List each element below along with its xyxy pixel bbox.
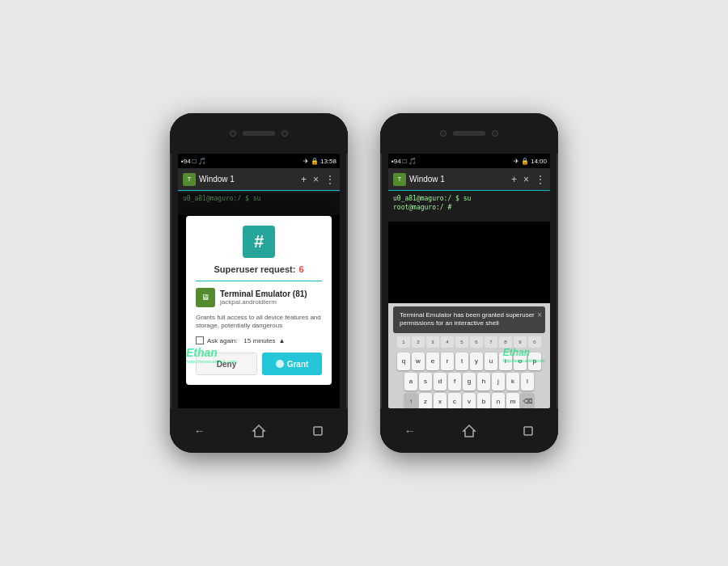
status-left-1: ▪94 □ 🎵: [181, 158, 206, 165]
key-e[interactable]: e: [426, 353, 439, 370]
key-9[interactable]: 9: [514, 336, 527, 348]
key-8[interactable]: 8: [499, 336, 512, 348]
key-0[interactable]: 0: [528, 336, 541, 348]
terminal-actions-1[interactable]: + × ⋮: [301, 174, 335, 185]
front-camera-2: [440, 130, 447, 137]
ask-again-label: Ask again:: [207, 337, 237, 344]
ask-again-row: Ask again: 15 minutes ▲: [196, 336, 322, 344]
key-m[interactable]: m: [506, 393, 519, 408]
status-bar-1: ▪94 □ 🎵 ✈ 🔒 13:58: [178, 154, 340, 168]
toast-notification: Terminal Emulator has been granted super…: [393, 306, 545, 333]
key-l[interactable]: l: [521, 373, 534, 391]
phone-2-body: ▪94 □ 🎵 ✈ 🔒 14:00 T Window 1 + × ⋮: [380, 113, 558, 453]
home-button-1[interactable]: [249, 421, 269, 441]
svg-marker-0: [253, 425, 265, 437]
terminal-body-2: u0_a81@maguro:/ $ su root@maguro:/ #: [388, 191, 550, 222]
back-button-2[interactable]: ←: [400, 421, 420, 441]
key-6[interactable]: 6: [470, 336, 483, 348]
dialog-overlay: # Superuser request:6 🖥 Terminal Emulato…: [178, 192, 340, 408]
key-5[interactable]: 5: [455, 336, 468, 348]
key-n[interactable]: n: [492, 393, 505, 408]
key-r[interactable]: r: [441, 353, 454, 370]
key-h[interactable]: h: [477, 373, 490, 391]
phone-2: ▪94 □ 🎵 ✈ 🔒 14:00 T Window 1 + × ⋮: [380, 113, 558, 453]
music-icon-2: 🎵: [408, 158, 417, 165]
key-c[interactable]: c: [448, 393, 461, 408]
key-z[interactable]: z: [419, 393, 432, 408]
earpiece-speaker: [243, 131, 275, 136]
terminal-line-2b: root@maguro:/ #: [393, 203, 545, 212]
earpiece-speaker-2: [453, 131, 485, 136]
phone-2-top-bezel: [380, 113, 558, 154]
home-button-2[interactable]: [459, 421, 479, 441]
key-2[interactable]: 2: [412, 336, 425, 348]
terminal-header-2: T Window 1 + × ⋮: [388, 168, 550, 191]
phone-1-top-bezel: [170, 113, 348, 154]
close-tab-button[interactable]: ×: [313, 174, 319, 185]
phone-1: ▪94 □ 🎵 ✈ 🔒 13:58 T Window 1 + × ⋮: [170, 113, 348, 453]
airplane-icon-2: ✈: [514, 158, 519, 165]
grant-button[interactable]: Grant: [262, 353, 322, 375]
ask-again-checkbox[interactable]: [196, 336, 204, 344]
dialog-badge: 6: [298, 264, 303, 274]
clock-2: 14:00: [531, 158, 547, 165]
key-7[interactable]: 7: [485, 336, 497, 348]
close-tab-button-2[interactable]: ×: [523, 174, 529, 185]
status-right-2: ✈ 🔒 14:00: [514, 158, 547, 165]
add-tab-button[interactable]: +: [301, 174, 307, 185]
clock-1: 13:58: [320, 158, 336, 165]
dialog-description: Grants full access to all device feature…: [196, 314, 322, 331]
svg-rect-3: [524, 427, 532, 435]
airplane-icon: ✈: [303, 158, 309, 165]
key-w[interactable]: w: [412, 353, 425, 370]
key-u[interactable]: u: [485, 353, 497, 370]
keyboard-row-3: ↑ z x c v b n m ⌫: [392, 393, 547, 408]
key-x[interactable]: x: [434, 393, 447, 408]
key-g[interactable]: g: [463, 373, 476, 391]
key-d[interactable]: d: [434, 373, 447, 391]
app-info: Terminal Emulator (81) jackpal.androidte…: [220, 289, 322, 306]
phone-2-screen: ▪94 □ 🎵 ✈ 🔒 14:00 T Window 1 + × ⋮: [388, 154, 550, 408]
back-button-1[interactable]: ←: [190, 421, 210, 441]
terminal-title-1: Window 1: [199, 175, 298, 184]
key-k[interactable]: k: [506, 373, 519, 391]
key-3[interactable]: 3: [426, 336, 439, 348]
music-icon: 🎵: [198, 158, 206, 165]
phone-1-screen: ▪94 □ 🎵 ✈ 🔒 13:58 T Window 1 + × ⋮: [178, 154, 340, 408]
shift-key[interactable]: ↑: [404, 393, 417, 408]
key-4[interactable]: 4: [441, 336, 454, 348]
key-j[interactable]: j: [492, 373, 505, 391]
key-q[interactable]: q: [397, 353, 410, 370]
status-right-1: ✈ 🔒 13:58: [303, 158, 336, 165]
key-a[interactable]: a: [404, 373, 417, 391]
toast-close-button[interactable]: ×: [537, 310, 542, 320]
keyboard-num-row: 1 2 3 4 5 6 7 8 9 0: [388, 336, 550, 348]
keyboard-row-2: a s d f g h j k l: [392, 373, 547, 391]
menu-button-1[interactable]: ⋮: [325, 174, 335, 185]
terminal-title-2: Window 1: [409, 175, 508, 184]
key-1[interactable]: 1: [397, 336, 410, 348]
key-f[interactable]: f: [448, 373, 461, 391]
key-s[interactable]: s: [419, 373, 432, 391]
key-v[interactable]: v: [463, 393, 476, 408]
recent-button-1[interactable]: [308, 421, 328, 441]
menu-button-2[interactable]: ⋮: [535, 174, 545, 185]
app-name: Terminal Emulator (81): [220, 289, 322, 298]
battery-icon: ▪94: [181, 158, 191, 165]
battery-icon-2: ▪94: [392, 158, 401, 165]
front-camera: [230, 130, 236, 137]
key-t[interactable]: t: [455, 353, 468, 370]
backspace-key[interactable]: ⌫: [521, 393, 534, 408]
key-b[interactable]: b: [477, 393, 490, 408]
lock-icon-2: 🔒: [521, 158, 529, 165]
key-y[interactable]: y: [470, 353, 483, 370]
recent-button-2[interactable]: [518, 421, 538, 441]
terminal-actions-2[interactable]: + × ⋮: [511, 174, 545, 185]
add-tab-button-2[interactable]: +: [511, 174, 517, 185]
dialog-title: Superuser request:6: [196, 264, 322, 274]
dropdown-arrow-icon[interactable]: ▲: [279, 337, 286, 344]
sensor-2: [492, 130, 498, 137]
svg-rect-1: [314, 427, 322, 435]
status-bar-2: ▪94 □ 🎵 ✈ 🔒 14:00: [388, 154, 550, 168]
status-left-2: ▪94 □ 🎵: [392, 158, 417, 165]
